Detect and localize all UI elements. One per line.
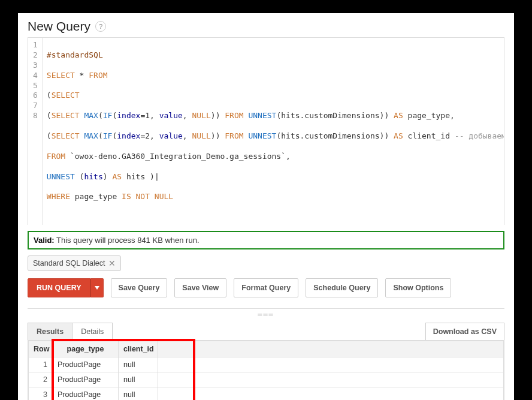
chevron-down-icon [95,286,99,290]
close-icon[interactable]: ✕ [108,258,116,268]
table-row: 1ProductPagenull [29,357,504,372]
cell-row-number: 3 [29,387,53,400]
results-tabs: Results Details [28,323,112,341]
cell-client-id: null [119,357,158,372]
valid-label: Valid: [34,236,55,245]
schedule-query-button[interactable]: Schedule Query [306,278,378,297]
save-query-button[interactable]: Save Query [111,278,168,297]
line-gutter: 1 2 3 4 5 6 7 8 [28,38,43,225]
cell-page-type: ProductPage [53,387,119,400]
title-row: New Query ? [28,19,504,34]
col-empty [158,341,504,357]
save-view-button[interactable]: Save View [174,278,226,297]
tab-results[interactable]: Results [28,323,72,341]
col-client-id: client_id [119,341,158,357]
page-title: New Query [28,19,90,34]
query-editor-panel: New Query ? 1 2 3 4 5 6 7 8 #standardSQL… [18,13,514,400]
action-button-row: RUN QUERY Save Query Save View Format Qu… [28,278,504,309]
cell-empty [158,372,504,387]
results-table: Row page_type client_id 1ProductPagenull… [28,341,504,400]
resize-grip[interactable]: ═══ [28,311,504,318]
format-query-button[interactable]: Format Query [234,278,298,297]
cell-client-id: null [119,372,158,387]
table-row: 2ProductPagenull [29,372,504,387]
run-query-button[interactable]: RUN QUERY [28,278,90,297]
run-query-dropdown[interactable] [90,278,104,297]
show-options-button[interactable]: Show Options [385,278,451,297]
download-csv-button[interactable]: Download as CSV [425,323,504,341]
valid-message: This query will process 841 KB when run. [55,236,200,245]
cell-row-number: 2 [29,372,53,387]
run-query-split-button: RUN QUERY [28,278,104,297]
help-icon[interactable]: ? [95,21,106,32]
col-row: Row [29,341,53,357]
col-page-type: page_type [53,341,119,357]
cell-client-id: null [119,387,158,400]
cell-page-type: ProductPage [53,357,119,372]
table-header-row: Row page_type client_id [29,341,504,357]
dialect-chip-label: Standard SQL Dialect [33,259,105,267]
table-row: 3ProductPagenull [29,387,504,400]
cell-empty [158,387,504,400]
results-toolbar: Results Details Download as CSV [28,323,504,341]
code-area[interactable]: #standardSQL SELECT * FROM (SELECT (SELE… [43,38,504,225]
cell-row-number: 1 [29,357,53,372]
validation-bar: Valid: This query will process 841 KB wh… [28,231,504,249]
results-table-wrap: Row page_type client_id 1ProductPagenull… [28,340,504,400]
svg-marker-0 [95,286,99,290]
dialect-chip[interactable]: Standard SQL Dialect ✕ [28,255,121,271]
sql-editor[interactable]: 1 2 3 4 5 6 7 8 #standardSQL SELECT * FR… [28,37,504,225]
tab-details[interactable]: Details [72,323,113,341]
cell-page-type: ProductPage [53,372,119,387]
cell-empty [158,357,504,372]
